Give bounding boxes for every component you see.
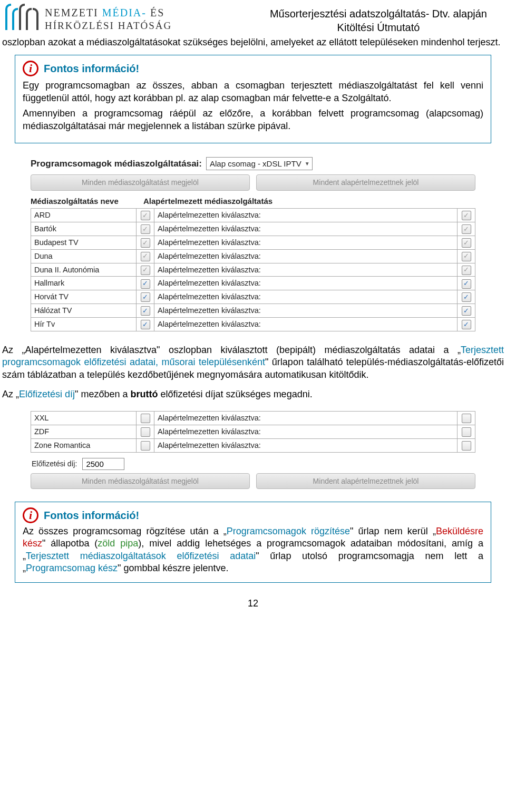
ui-screenshot-2: XXL✓Alapértelmezetten kiválasztva:✓ZDF✓A… xyxy=(31,411,475,489)
checkbox-cell[interactable]: ✓ xyxy=(458,249,475,263)
package-select[interactable]: Alap csomag - xDSL IPTV ▼ xyxy=(206,157,313,171)
check-icon: ✓ xyxy=(141,224,150,234)
service-name-cell: Duna II. Autonómia xyxy=(31,263,137,277)
table-row: ZDF✓Alapértelmezetten kiválasztva:✓ xyxy=(31,425,475,439)
default-label-cell: Alapértelmezetten kiválasztva: xyxy=(154,222,458,236)
table-row: Hír Tv✓Alapértelmezetten kiválasztva:✓ xyxy=(31,317,475,331)
col-service-name: Médiaszolgáltatás neve xyxy=(31,196,136,207)
fee-label: Előfizetési díj: xyxy=(32,459,77,468)
mark-default-button-2[interactable]: Mindent alapértelmezettnek jelöl xyxy=(256,473,475,489)
info2-k: " gombbal készre jelentve. xyxy=(118,563,229,573)
table-row: Hallmark✓Alapértelmezetten kiválasztva:✓ xyxy=(31,277,475,290)
logo-text: NEMZETI MÉDIA- ÉS HÍRKÖZLÉSI HATÓSÁG xyxy=(42,4,172,33)
table-row: Zone Romantica✓Alapértelmezetten kiválas… xyxy=(31,438,475,452)
checkbox-cell[interactable]: ✓ xyxy=(137,236,154,249)
mark-default-button[interactable]: Mindent alapértelmezettnek jelöl xyxy=(256,174,475,190)
package-select-value: Alap csomag - xDSL IPTV xyxy=(210,159,301,169)
checkbox-cell[interactable]: ✓ xyxy=(137,290,154,304)
service-name-cell: ARD xyxy=(31,209,137,222)
default-label-cell: Alapértelmezetten kiválasztva: xyxy=(154,425,458,439)
table-row: Hálózat TV✓Alapértelmezetten kiválasztva… xyxy=(31,304,475,318)
check-icon: ✓ xyxy=(462,211,471,220)
table-row: Duna✓Alapértelmezetten kiválasztva:✓ xyxy=(31,249,475,263)
checkbox-cell[interactable]: ✓ xyxy=(458,222,475,236)
checkbox-cell[interactable]: ✓ xyxy=(137,249,154,263)
default-label-cell: Alapértelmezetten kiválasztva: xyxy=(154,209,458,222)
check-icon: ✓ xyxy=(141,441,150,451)
check-icon: ✓ xyxy=(141,320,150,329)
check-icon: ✓ xyxy=(141,252,150,261)
logo-line1-word2: MÉDIA- xyxy=(102,7,147,18)
checkbox-cell[interactable]: ✓ xyxy=(137,438,154,452)
service-name-cell: Zone Romantica xyxy=(31,438,137,452)
service-name-cell: Duna xyxy=(31,249,137,263)
check-icon: ✓ xyxy=(141,211,150,220)
service-name-cell: Hálózat TV xyxy=(31,304,137,318)
checkbox-cell[interactable]: ✓ xyxy=(137,222,154,236)
info1-p2: Amennyiben a programcsomag ráépül az elő… xyxy=(23,107,483,132)
logo: NEMZETI MÉDIA- ÉS HÍRKÖZLÉSI HATÓSÁG xyxy=(5,4,172,33)
check-icon: ✓ xyxy=(462,320,471,329)
doc-title-1: Műsorterjesztési adatszolgáltatás- Dtv. … xyxy=(270,7,487,21)
checkbox-cell[interactable]: ✓ xyxy=(137,209,154,222)
info2-title: Fontos információ! xyxy=(44,508,139,522)
info-title: Fontos információ! xyxy=(44,62,139,75)
mid-paragraph: Az „Alapértelmezetten kiválasztva" oszlo… xyxy=(1,344,505,381)
check-icon: ✓ xyxy=(462,224,471,234)
fee-input[interactable] xyxy=(82,458,124,470)
mark-all-button-2[interactable]: Minden médiaszolgáltatást megjelöl xyxy=(31,473,250,489)
check-icon: ✓ xyxy=(462,427,471,437)
check-icon: ✓ xyxy=(141,266,150,275)
check-icon: ✓ xyxy=(462,306,471,316)
checkbox-cell[interactable]: ✓ xyxy=(458,290,475,304)
info2-h: Terjesztett médiaszolgáltatások előfizet… xyxy=(26,551,256,561)
checkbox-cell[interactable]: ✓ xyxy=(137,277,154,290)
default-label-cell: Alapértelmezetten kiválasztva: xyxy=(154,412,458,425)
default-label-cell: Alapértelmezetten kiválasztva: xyxy=(154,277,458,290)
info2-c: " űrlap nem kerül „ xyxy=(350,526,436,536)
mark-all-button[interactable]: Minden médiaszolgáltatást megjelöl xyxy=(31,174,250,190)
doc-title-2: Kitöltési Útmutató xyxy=(270,21,487,34)
checkbox-cell[interactable]: ✓ xyxy=(458,263,475,277)
checkbox-cell[interactable]: ✓ xyxy=(458,412,475,425)
mid-a: Az „Alapértelmezetten kiválasztva" oszlo… xyxy=(2,345,461,355)
checkbox-cell[interactable]: ✓ xyxy=(458,209,475,222)
checkbox-cell[interactable]: ✓ xyxy=(137,263,154,277)
page-header: NEMZETI MÉDIA- ÉS HÍRKÖZLÉSI HATÓSÁG Műs… xyxy=(1,4,505,34)
default-label-cell: Alapértelmezetten kiválasztva: xyxy=(154,236,458,249)
checkbox-cell[interactable]: ✓ xyxy=(458,438,475,452)
service-name-cell: Hallmark xyxy=(31,277,137,290)
fee-a: Az „ xyxy=(2,389,19,399)
logo-line2: HÍRKÖZLÉSI HATÓSÁG xyxy=(45,19,172,33)
checkbox-cell[interactable]: ✓ xyxy=(458,425,475,439)
default-label-cell: Alapértelmezetten kiválasztva: xyxy=(154,438,458,452)
logo-line1-word3: ÉS xyxy=(150,7,164,18)
table-row: Duna II. Autonómia✓Alapértelmezetten kiv… xyxy=(31,263,475,277)
checkbox-cell[interactable]: ✓ xyxy=(137,317,154,331)
checkbox-cell[interactable]: ✓ xyxy=(137,304,154,318)
checkbox-cell[interactable]: ✓ xyxy=(458,277,475,290)
default-label-cell: Alapértelmezetten kiválasztva: xyxy=(154,290,458,304)
logo-mark-icon xyxy=(5,4,42,30)
service-name-cell: Budapest TV xyxy=(31,236,137,249)
info1-p1: Egy programcsomagban az összes, abban a … xyxy=(23,80,483,104)
checkbox-cell[interactable]: ✓ xyxy=(137,425,154,439)
check-icon: ✓ xyxy=(462,238,471,248)
info-box-2: i Fontos információ! Az összes programcs… xyxy=(15,502,491,583)
checkbox-cell[interactable]: ✓ xyxy=(458,236,475,249)
default-label-cell: Alapértelmezetten kiválasztva: xyxy=(154,263,458,277)
fee-row: Előfizetési díj: xyxy=(32,458,475,470)
fee-d: bruttó xyxy=(131,389,158,399)
info2-e: " állapotba ( xyxy=(42,538,98,549)
page-number: 12 xyxy=(1,598,505,610)
check-icon: ✓ xyxy=(141,292,150,302)
checkbox-cell[interactable]: ✓ xyxy=(458,317,475,331)
info-icon: i xyxy=(23,507,38,523)
checkbox-cell[interactable]: ✓ xyxy=(137,412,154,425)
checkbox-cell[interactable]: ✓ xyxy=(458,304,475,318)
info2-f: zöld pipa xyxy=(98,538,138,549)
table-row: Budapest TV✓Alapértelmezetten kiválasztv… xyxy=(31,236,475,249)
fee-c: " mezőben a xyxy=(75,389,130,399)
fee-e: előfizetési díjat szükséges megadni. xyxy=(158,389,313,399)
check-icon: ✓ xyxy=(141,427,150,437)
